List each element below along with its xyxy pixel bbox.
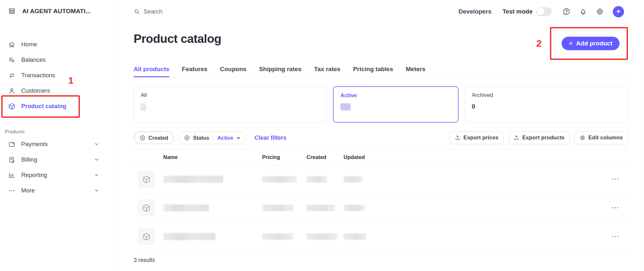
tab-features[interactable]: Features <box>182 62 207 77</box>
export-icon <box>455 135 460 141</box>
column-header-updated: Updated <box>344 154 605 160</box>
balances-icon <box>8 56 15 64</box>
sidebar-item-label: Product catalog <box>21 103 66 110</box>
developers-link[interactable]: Developers <box>459 8 491 15</box>
export-products-button[interactable]: Export products <box>508 131 570 144</box>
test-mode-control: Test mode <box>502 7 552 16</box>
annotation-number-step2: 2 <box>536 38 542 49</box>
tab-shipping-rates[interactable]: Shipping rates <box>259 62 301 77</box>
topbar-icons: + <box>563 6 624 17</box>
sidebar-item-payments[interactable]: Payments <box>0 136 114 152</box>
package-cube-icon <box>142 232 151 241</box>
annotation-box-step2: + Add product <box>550 27 628 60</box>
sidebar-section-label: Products <box>5 129 114 135</box>
stripe-dashboard: AI AGENT AUTOMATI... Home Balances <box>0 0 644 271</box>
clear-filters-link[interactable]: Clear filters <box>254 135 286 141</box>
x-circle-icon <box>184 135 190 141</box>
sidebar-item-more[interactable]: More <box>0 183 114 198</box>
settings-gear-icon[interactable] <box>596 8 604 15</box>
table-header: Name Pricing Created Updated <box>134 149 628 165</box>
card-label: All <box>141 92 320 98</box>
filter-chip-created[interactable]: Created <box>134 131 174 144</box>
tab-all-products[interactable]: All products <box>134 62 169 77</box>
card-label: Archived <box>472 92 621 98</box>
product-thumbnail <box>137 228 155 245</box>
redacted-pricing <box>262 176 297 182</box>
summary-card-active[interactable]: Active <box>333 86 459 123</box>
tab-meters[interactable]: Meters <box>406 62 425 77</box>
filter-status-label: Status <box>193 135 209 141</box>
help-icon[interactable] <box>563 8 570 15</box>
sidebar-products-nav: Payments Billing <box>0 136 114 198</box>
export-prices-button[interactable]: Export prices <box>450 131 504 144</box>
redacted-value <box>141 102 146 111</box>
summary-card-all[interactable]: All <box>134 86 327 123</box>
redacted-created-date <box>307 205 335 211</box>
sidebar-nav: Home Balances Transactions <box>0 37 114 114</box>
sidebar-item-label: More <box>21 187 35 194</box>
product-thumbnail <box>137 171 155 188</box>
redacted-updated-date <box>344 205 365 211</box>
test-mode-toggle[interactable] <box>536 7 552 16</box>
sidebar-item-transactions[interactable]: Transactions <box>0 68 114 83</box>
export-products-label: Export products <box>522 135 564 141</box>
redacted-product-name <box>163 233 215 240</box>
tab-coupons[interactable]: Coupons <box>220 62 246 77</box>
toggle-knob <box>537 8 545 15</box>
chevron-down-icon <box>94 142 99 146</box>
summary-card-archived[interactable]: Archived 0 <box>465 86 628 123</box>
product-thumbnail <box>137 199 155 217</box>
annotation-number-step1: 1 <box>68 75 73 86</box>
edit-columns-button[interactable]: Edit columns <box>574 131 628 144</box>
redacted-created-date <box>307 233 337 240</box>
page-content: Product catalog 2 + Add product All prod… <box>115 27 644 264</box>
sidebar-item-customers[interactable]: Customers <box>0 83 114 98</box>
row-more-button[interactable]: ··· <box>612 233 628 240</box>
tab-pricing-tables[interactable]: Pricing tables <box>353 62 393 77</box>
account-name: AI AGENT AUTOMATI... <box>22 8 91 15</box>
row-more-button[interactable]: ··· <box>612 176 628 183</box>
plus-circle-icon <box>139 135 146 141</box>
column-header-name: Name <box>163 154 262 160</box>
header-actions: 2 + Add product <box>536 27 628 60</box>
table-row[interactable]: ··· <box>134 222 628 251</box>
test-mode-label: Test mode <box>502 8 533 15</box>
redacted-product-name <box>163 204 209 211</box>
billing-icon <box>8 156 15 164</box>
table-row[interactable]: ··· <box>134 194 628 222</box>
tab-tax-rates[interactable]: Tax rates <box>314 62 340 77</box>
sidebar-item-label: Balances <box>21 56 46 63</box>
sidebar-item-balances[interactable]: Balances <box>0 52 114 68</box>
filter-chip-status[interactable]: Status Active <box>178 131 246 144</box>
sidebar-item-label: Home <box>21 41 37 48</box>
customers-icon <box>8 87 15 95</box>
edit-columns-label: Edit columns <box>588 135 623 141</box>
gear-icon <box>580 135 585 141</box>
sidebar-item-billing[interactable]: Billing <box>0 152 114 167</box>
export-prices-label: Export prices <box>463 135 498 141</box>
notifications-bell-icon[interactable] <box>579 8 587 15</box>
table-row[interactable]: ··· <box>134 165 628 194</box>
account-switcher[interactable]: AI AGENT AUTOMATI... <box>0 5 114 17</box>
page-header: Product catalog 2 + Add product <box>134 27 628 60</box>
filter-status-value: Active <box>217 135 233 141</box>
catalog-tabs: All products Features Coupons Shipping r… <box>134 62 628 77</box>
search-icon <box>134 8 140 15</box>
column-header-pricing: Pricing <box>262 154 307 160</box>
sidebar-item-reporting[interactable]: Reporting <box>0 167 114 183</box>
search-input[interactable]: Search <box>134 8 163 15</box>
card-label: Active <box>340 92 451 99</box>
divider <box>213 135 213 141</box>
sidebar-item-product-catalog[interactable]: Product catalog <box>0 98 114 114</box>
chevron-down-icon <box>94 188 99 193</box>
add-product-button[interactable]: + Add product <box>562 37 620 50</box>
redacted-created-date <box>307 176 327 182</box>
redacted-value <box>340 103 351 110</box>
reporting-icon <box>8 172 15 179</box>
sidebar-item-label: Customers <box>21 87 50 94</box>
create-plus-button[interactable]: + <box>613 6 624 17</box>
chevron-down-icon <box>94 173 99 177</box>
row-more-button[interactable]: ··· <box>612 205 628 211</box>
sidebar-item-home[interactable]: Home <box>0 37 114 52</box>
topbar-right: Developers Test mode <box>459 6 624 17</box>
